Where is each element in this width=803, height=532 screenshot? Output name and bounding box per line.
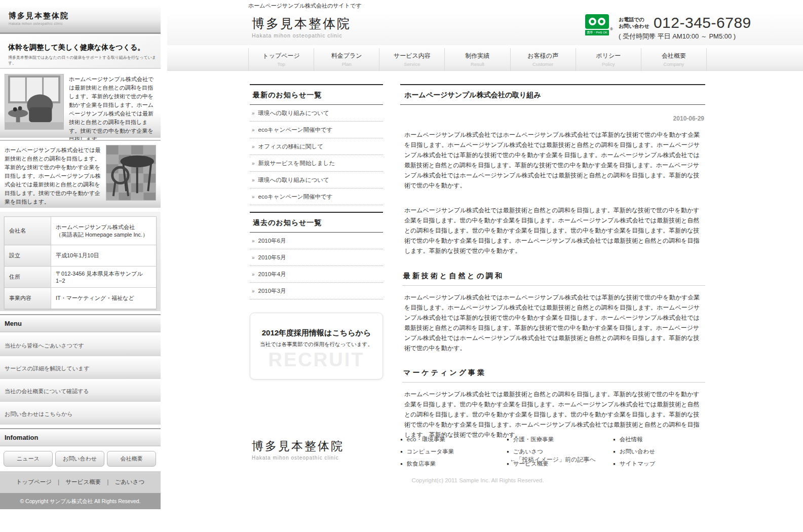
information-heading: Infomation	[0, 428, 161, 446]
wicker-chair-photo	[5, 74, 64, 130]
bottom-link-greeting[interactable]: ごあいさつ	[114, 479, 144, 485]
list-item[interactable]: »オフィスの移転に関して	[250, 138, 383, 155]
nav-policy[interactable]: ポリシー Policy	[576, 48, 641, 71]
article-date: 2010-06-29	[401, 115, 704, 122]
promo-text: ホームページサンプル株式会社では最新技術と自然との調和を目指します。革新的な技術…	[5, 145, 101, 208]
bottom-link-service[interactable]: サービス概要	[65, 479, 101, 485]
footer-column-2: ●介護・医療事業 ●ごあいさつ ●サービス概要	[507, 436, 613, 472]
latest-news-heading: 最新のお知らせ一覧	[250, 84, 383, 105]
article-title: ホームページサンプル株式会社の取り組み	[400, 84, 705, 105]
promo-text: ホームページサンプル株式会社では最新技術と自然との調和を目指します。革新的な技術…	[69, 74, 156, 138]
freedial-label: 携帯・PHS OK	[585, 30, 609, 35]
business-value: IT・マーケティング・福祉など	[51, 288, 157, 309]
news-column: 最新のお知らせ一覧 »環境への取り組みについて »ecoキャンペーン開催中です …	[250, 84, 383, 379]
footer-logo[interactable]: 博多見本整体院 Hakata mihon osteopathic clinic	[252, 438, 344, 461]
arrow-icon: »	[252, 288, 255, 294]
footer-logo-title: 博多見本整体院	[252, 438, 344, 454]
section-heading-tech: 最新技術と自然との調和	[402, 272, 705, 286]
table-row: 会社名 ホームページサンプル株式会社 （英語表記 Homepage sample…	[5, 217, 157, 245]
sidebar-item-greeting[interactable]: 当社から皆様へごあいさつです	[0, 335, 161, 356]
link-separator: ｜	[105, 479, 110, 485]
bullet-icon: ●	[613, 449, 616, 454]
sidebar-logo-title: 博多見本整体院	[9, 11, 161, 21]
news-button[interactable]: ニュース	[4, 451, 53, 467]
list-item[interactable]: »2010年5月	[250, 249, 383, 266]
list-item[interactable]: »新規サービスを開始しました	[250, 155, 383, 172]
arrow-icon: »	[252, 255, 255, 260]
bullet-icon: ●	[507, 437, 509, 442]
nav-top[interactable]: トップページ Top	[248, 48, 314, 71]
list-item[interactable]: »2010年3月	[250, 283, 383, 299]
footer-link-contact[interactable]: ●お問い合わせ	[613, 448, 719, 455]
sidebar-bottom-links: トップページ｜サービス概要｜ごあいさつ	[0, 471, 161, 493]
bullet-icon: ●	[613, 462, 616, 466]
nav-company[interactable]: 会社概要 Company	[641, 48, 707, 71]
sidebar-copyright: © Copyright サンプル株式会社 All Rights Reseved.	[0, 493, 161, 509]
footer-link-service-overview[interactable]: ●サービス概要	[507, 460, 613, 468]
footer-link-care[interactable]: ●介護・医療事業	[507, 436, 613, 443]
established-label: 設立	[5, 245, 51, 267]
footer-link-sitemap[interactable]: ●サイトマップ	[613, 460, 719, 468]
arrow-icon: »	[252, 238, 255, 244]
article-paragraph: ホームページサンプル株式会社では最新技術と自然との調和を目指します。革新的な技術…	[404, 390, 701, 440]
header-logo-subtitle: Hakata mihon osteopathic clinic	[252, 32, 351, 39]
business-label: 事業内容	[5, 288, 51, 309]
bottom-link-top[interactable]: トップページ	[16, 479, 52, 485]
arrow-icon: »	[252, 272, 255, 277]
header-logo[interactable]: 博多見本整体院 Hakata mihon osteopathic clinic	[252, 15, 351, 39]
nav-plan[interactable]: 料金プラン Plan	[314, 48, 379, 71]
list-item[interactable]: »2010年6月	[250, 233, 383, 249]
arrow-icon: »	[252, 161, 255, 166]
sidebar-logo-subtitle: Hakata mihon osteopathic clinic	[9, 22, 161, 25]
information-buttons: ニュース お問い合わせ 会社概要	[4, 451, 161, 467]
recruit-banner[interactable]: 2012年度採用情報はこちらから 当社では各事業部での採用を行なっています。 R…	[250, 313, 383, 379]
established-value: 平成10年1月10日	[51, 245, 157, 267]
company-info-table: 会社名 ホームページサンプル株式会社 （英語表記 Homepage sample…	[0, 212, 161, 311]
recruit-line1: 2012年度採用情報はこちらから	[250, 328, 383, 338]
bullet-icon: ●	[613, 437, 616, 442]
site-note: ホームページサンプル株式会社のサイトです	[248, 2, 362, 10]
header-logo-title: 博多見本整体院	[252, 15, 351, 32]
list-item[interactable]: »ecoキャンペーン開催中です	[250, 122, 383, 138]
contact-button[interactable]: お問い合わせ	[55, 451, 104, 467]
list-item[interactable]: »2010年4月	[250, 266, 383, 283]
bullet-icon: ●	[507, 449, 509, 454]
nav-customer[interactable]: お客様の声 Customer	[510, 48, 576, 71]
list-item[interactable]: »ecoキャンペーン開催中です	[250, 188, 383, 205]
nav-service[interactable]: サービス内容 Service	[379, 48, 444, 71]
sidebar-tagline: 体幹を調整して美しく健康な体をつくる。 博多見本整体院ではあなたの日々の健康をサ…	[0, 35, 161, 69]
registered-mark: ®	[610, 27, 613, 31]
main-nav: トップページ Top 料金プラン Plan サービス内容 Service 制作実…	[248, 48, 707, 71]
company-button[interactable]: 会社概要	[107, 451, 156, 467]
list-item[interactable]: »環境への取り組みについて	[250, 105, 383, 122]
bullet-icon: ●	[400, 437, 403, 442]
nav-result[interactable]: 制作実績 Result	[444, 48, 510, 71]
tagline-sub: 博多見本整体院ではあなたの日々の健康をサポートする取り組みを行なっています。	[8, 55, 161, 66]
footer-logo-subtitle: Hakata mihon osteopathic clinic	[252, 455, 344, 461]
footer-link-greeting[interactable]: ●ごあいさつ	[507, 448, 613, 455]
recruit-line2: 当社では各事業部での採用を行なっています。	[250, 341, 383, 348]
article-paragraph: ホームページサンプル株式会社ではホームページサンプル株式会社では革新的な技術で世…	[404, 130, 701, 191]
list-item[interactable]: »環境への取り組みについて	[250, 172, 383, 188]
phone-block: 携帯・PHS OK ® お電話での お問い合わせ 012-345-6789 ( …	[585, 14, 751, 41]
footer-link-restaurant[interactable]: ●飲食店事業	[400, 460, 507, 468]
phone-number: 012-345-6789	[654, 14, 751, 31]
footer-link-eco[interactable]: ●eco・環境事業	[400, 436, 507, 443]
link-separator: ｜	[56, 479, 61, 485]
sidebar-logo[interactable]: 博多見本整体院 Hakata mihon osteopathic clinic	[0, 5, 161, 34]
phone-hours: ( 受付時間帯 平日 AM10:00 ～ PM5:00 )	[619, 32, 751, 41]
footer-column-1: ●eco・環境事業 ●コンピュータ事業 ●飲食店事業	[400, 436, 507, 472]
article-paragraph: ホームページサンプル株式会社ではホームページサンプル株式会社では革新的な技術で世…	[404, 293, 701, 353]
sidebar-item-company-overview[interactable]: 当社の会社概要について確認する	[0, 381, 161, 402]
sidebar-item-service-detail[interactable]: サービスの詳細を解説しています	[0, 358, 161, 379]
company-name-label: 会社名	[5, 217, 51, 245]
article-paragraph: ホームページサンプル株式会社では最新技術と自然との調和を目指します。革新的な技術…	[404, 206, 701, 256]
table-row: 住所 〒012-3456 見本県見本市サンプル1−2	[5, 267, 157, 288]
bullet-icon: ●	[507, 462, 509, 466]
freedial-icon: 携帯・PHS OK ®	[585, 14, 615, 35]
article: ホームページサンプル株式会社の取り組み 2010-06-29 ホームページサンプ…	[400, 84, 705, 464]
sidebar-item-contact[interactable]: お問い合わせはこちらから	[0, 403, 161, 425]
footer-link-company-info[interactable]: ●会社情報	[613, 436, 719, 443]
arrow-icon: »	[252, 144, 255, 149]
footer-link-computer[interactable]: ●コンピュータ事業	[400, 448, 507, 455]
